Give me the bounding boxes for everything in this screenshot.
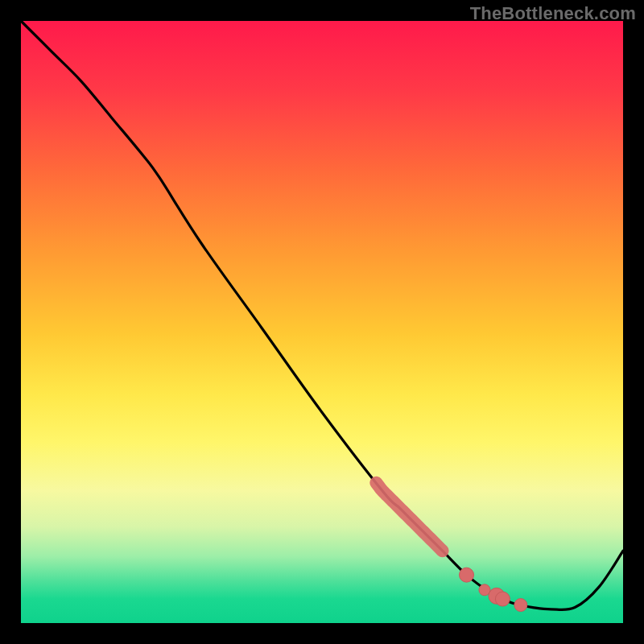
- frame: TheBottleneck.com: [0, 0, 644, 644]
- marker-dot: [460, 568, 474, 582]
- chart-svg: [21, 21, 623, 623]
- markers-group: [460, 568, 527, 611]
- bottleneck-curve: [21, 21, 623, 610]
- plot-area: [21, 21, 623, 623]
- highlight-segment: [376, 483, 442, 551]
- marker-dot: [495, 592, 510, 606]
- marker-dot: [514, 599, 527, 612]
